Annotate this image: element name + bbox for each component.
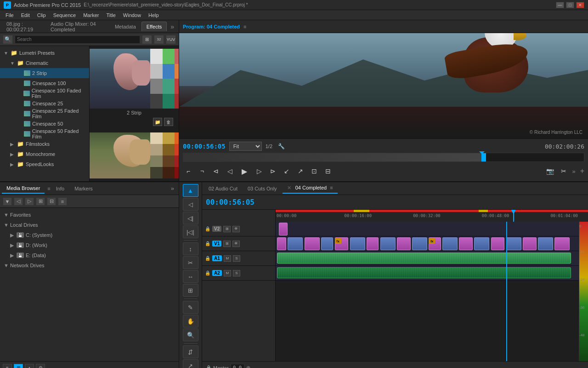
v2-sync-btn[interactable]: ⊞ (223, 226, 231, 232)
list-view-btn[interactable]: ≡ (3, 364, 12, 368)
ripple-edit-tool[interactable]: ◁| (183, 212, 198, 224)
overwrite-button[interactable]: ↗ (295, 166, 306, 177)
local-drives-group[interactable]: ▼ Local Drives (0, 220, 179, 230)
mark-in-button[interactable]: ⌐ (183, 166, 194, 177)
v1-clip-14[interactable] (474, 237, 489, 250)
tab-03-cuts-only[interactable]: 03 Cuts Only (243, 184, 282, 193)
v1-clip-4[interactable] (321, 237, 333, 250)
v1-clip-10[interactable] (412, 237, 427, 250)
tree-cinespace100faded[interactable]: Cinespace 100 Faded Film (0, 88, 89, 98)
close-button[interactable]: ✕ (576, 2, 584, 8)
tab-overflow[interactable]: » (168, 22, 177, 31)
menu-file[interactable]: File (2, 12, 17, 19)
v1-clip-18[interactable] (538, 237, 553, 250)
yuv-btn[interactable]: YUV (166, 35, 176, 44)
v1-clip-8[interactable] (380, 237, 396, 250)
tree-lumetri-presets[interactable]: ▼ 📁 Lumetri Presets (0, 48, 89, 58)
lock-icon-a2[interactable]: 🔒 (205, 270, 210, 276)
v1-clip-12[interactable] (442, 237, 458, 250)
tab-effects[interactable]: Effects (141, 22, 167, 31)
tree-2strip[interactable]: 2 Strip (0, 68, 89, 78)
program-menu-icon[interactable]: ≡ (243, 24, 246, 29)
media-browser-menu-icon[interactable]: ≡ (47, 186, 50, 191)
d-drive[interactable]: ▶ 💾 D: (Work) (0, 240, 179, 250)
tree-filmstocks[interactable]: ▶ 📁 Filmstocks (0, 139, 89, 149)
timeline-timecode[interactable]: 00:00:56:05 (206, 198, 254, 207)
track-select-tool[interactable]: ◁ (183, 198, 198, 211)
thumbnail-btn[interactable]: ⊟ (47, 197, 56, 206)
v1-clip-17[interactable] (523, 237, 537, 250)
v1-clip-16[interactable] (506, 237, 521, 250)
tree-cinespace50[interactable]: Cinespace 50 (0, 119, 89, 129)
hand-tool[interactable]: ✋ (183, 315, 198, 328)
tab-metadata[interactable]: Metadata (110, 22, 141, 31)
master-lock-icon[interactable]: 🔒 (206, 365, 211, 368)
folder-btn[interactable]: ⊞ (142, 35, 152, 44)
media-tab-overflow[interactable]: » (168, 184, 177, 193)
tab-info[interactable]: Info (51, 184, 69, 193)
a2-track[interactable]: fx (276, 266, 579, 281)
a1-solo-btn[interactable]: S (233, 255, 240, 262)
minimize-button[interactable]: — (556, 2, 564, 8)
tab-media-browser[interactable]: Media Browser (2, 184, 45, 194)
tree-cinespace25faded[interactable]: Cinespace 25 Faded Film (0, 109, 89, 119)
v2-clip-1[interactable] (279, 223, 288, 236)
v1-clip-6[interactable] (350, 237, 365, 250)
a1-label[interactable]: A1 (212, 255, 222, 261)
v1-clip-15[interactable] (491, 237, 505, 250)
tab-menu-icon[interactable]: ≡ (330, 185, 333, 190)
link-tool[interactable]: ⇵ (183, 345, 198, 358)
step-back-button[interactable]: ◁ (224, 166, 235, 177)
tree-monochrome[interactable]: ▶ 📁 Monochrome (0, 149, 89, 159)
menu-window[interactable]: Window (119, 12, 145, 19)
slide-tool[interactable]: ⊞ (183, 284, 198, 297)
lock-icon-v2[interactable]: 🔒 (205, 226, 210, 231)
a1-track[interactable]: fx (276, 251, 579, 266)
save-preset-btn[interactable]: 📁 (153, 118, 162, 126)
program-timecode[interactable]: 00:00:56:05 (183, 143, 226, 150)
snap-tool[interactable]: ↗ (183, 359, 198, 368)
settings-btn[interactable]: ⚙ (36, 364, 45, 368)
menu-sequence[interactable]: Sequence (50, 12, 80, 19)
menu-clip[interactable]: Clip (34, 12, 50, 19)
a2-solo-btn[interactable]: S (233, 270, 240, 276)
grid-view-btn[interactable]: ⊞ (14, 364, 23, 368)
v1-sync-btn[interactable]: ⊞ (223, 241, 231, 247)
tree-cinespace25[interactable]: Cinespace 25 (0, 98, 89, 109)
v1-clip-13[interactable] (459, 237, 473, 250)
v1-clip-3[interactable] (305, 237, 320, 250)
pen-tool[interactable]: ✎ (183, 301, 198, 314)
a1-clip[interactable]: fx (277, 253, 571, 264)
go-in-button[interactable]: ⊲ (210, 166, 221, 177)
v2-label[interactable]: V2 (212, 226, 221, 232)
mark-out-button[interactable]: ¬ (197, 166, 208, 177)
tab-close-icon[interactable]: ✕ (287, 185, 291, 190)
menu-title[interactable]: Title (102, 12, 119, 19)
step-forward-button[interactable]: ▷ (254, 166, 265, 177)
list-btn[interactable]: ≡ (58, 197, 67, 206)
forward-btn[interactable]: ▷ (25, 197, 34, 206)
fit-select[interactable]: Fit25%50%100% (229, 142, 262, 151)
ruler-area[interactable]: 00:00:00 00:00:16:00 00:00:32:00 00:00:4… (276, 210, 588, 222)
menu-help[interactable]: Help (145, 12, 163, 19)
a2-mute-btn[interactable]: M (224, 270, 231, 276)
add-button[interactable]: + (580, 167, 584, 175)
tree-speedlooks[interactable]: ▶ 📁 SpeedLooks (0, 159, 89, 169)
program-scrubber[interactable] (183, 153, 584, 162)
more-controls-btn[interactable]: » (572, 168, 575, 175)
lock-icon-v1[interactable]: 🔒 (205, 241, 210, 246)
v1-clip-19[interactable] (554, 237, 570, 250)
export-frame-button[interactable]: 📷 (544, 166, 555, 177)
razor-tool[interactable]: ✂ (183, 256, 198, 269)
a2-label[interactable]: A2 (212, 270, 222, 276)
a2-clip[interactable]: fx (277, 267, 571, 278)
v1-clip-1[interactable] (277, 237, 286, 250)
play-button[interactable]: ▶ (238, 165, 251, 178)
tab-markers[interactable]: Markers (70, 184, 97, 193)
master-timecode[interactable]: 0,0 (231, 364, 244, 368)
menu-edit[interactable]: Edit (17, 12, 34, 19)
tab-source[interactable]: 08.jpg : 00:00:27:19 (2, 19, 45, 34)
tree-cinematic[interactable]: ▼ 📁 Cinematic (0, 58, 89, 68)
v1-track[interactable]: fx fx (276, 236, 579, 251)
v1-eye-btn[interactable]: 👁 (232, 241, 240, 247)
